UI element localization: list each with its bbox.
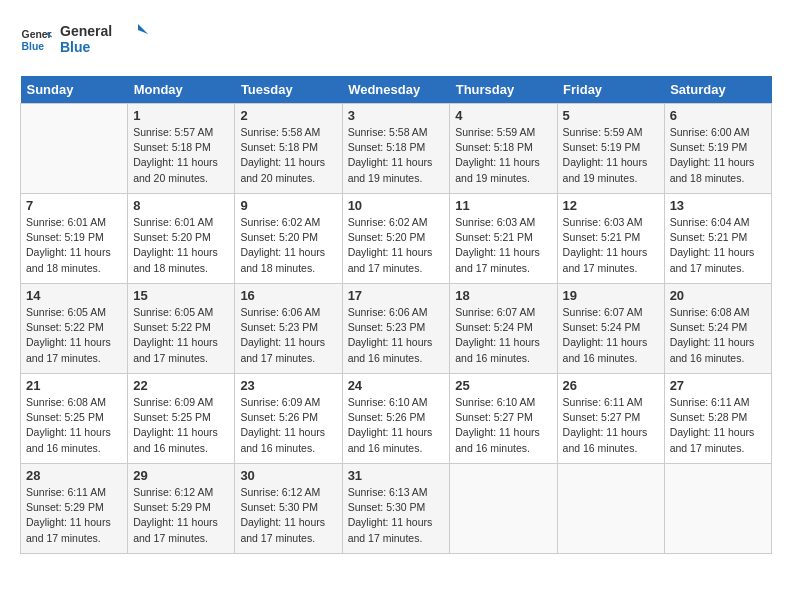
day-number: 31 xyxy=(348,468,445,483)
header-cell-tuesday: Tuesday xyxy=(235,76,342,104)
calendar-week-5: 28Sunrise: 6:11 AM Sunset: 5:29 PM Dayli… xyxy=(21,464,772,554)
svg-text:Blue: Blue xyxy=(22,41,45,52)
day-info: Sunrise: 6:13 AM Sunset: 5:30 PM Dayligh… xyxy=(348,485,445,546)
day-info: Sunrise: 6:01 AM Sunset: 5:20 PM Dayligh… xyxy=(133,215,229,276)
day-number: 4 xyxy=(455,108,551,123)
header-cell-monday: Monday xyxy=(128,76,235,104)
day-info: Sunrise: 6:10 AM Sunset: 5:26 PM Dayligh… xyxy=(348,395,445,456)
day-info: Sunrise: 6:06 AM Sunset: 5:23 PM Dayligh… xyxy=(348,305,445,366)
calendar-cell: 26Sunrise: 6:11 AM Sunset: 5:27 PM Dayli… xyxy=(557,374,664,464)
day-info: Sunrise: 5:58 AM Sunset: 5:18 PM Dayligh… xyxy=(240,125,336,186)
day-info: Sunrise: 6:11 AM Sunset: 5:29 PM Dayligh… xyxy=(26,485,122,546)
calendar-cell: 16Sunrise: 6:06 AM Sunset: 5:23 PM Dayli… xyxy=(235,284,342,374)
day-info: Sunrise: 6:02 AM Sunset: 5:20 PM Dayligh… xyxy=(240,215,336,276)
calendar-cell: 3Sunrise: 5:58 AM Sunset: 5:18 PM Daylig… xyxy=(342,104,450,194)
calendar-cell: 5Sunrise: 5:59 AM Sunset: 5:19 PM Daylig… xyxy=(557,104,664,194)
day-number: 20 xyxy=(670,288,766,303)
day-info: Sunrise: 6:09 AM Sunset: 5:26 PM Dayligh… xyxy=(240,395,336,456)
svg-marker-5 xyxy=(138,24,148,34)
day-info: Sunrise: 5:59 AM Sunset: 5:18 PM Dayligh… xyxy=(455,125,551,186)
day-number: 15 xyxy=(133,288,229,303)
day-info: Sunrise: 6:06 AM Sunset: 5:23 PM Dayligh… xyxy=(240,305,336,366)
day-info: Sunrise: 6:08 AM Sunset: 5:24 PM Dayligh… xyxy=(670,305,766,366)
day-number: 17 xyxy=(348,288,445,303)
day-number: 7 xyxy=(26,198,122,213)
logo: General Blue General Blue xyxy=(20,20,150,60)
header-cell-saturday: Saturday xyxy=(664,76,771,104)
calendar-cell: 18Sunrise: 6:07 AM Sunset: 5:24 PM Dayli… xyxy=(450,284,557,374)
calendar-cell xyxy=(557,464,664,554)
calendar-cell xyxy=(450,464,557,554)
calendar-cell: 17Sunrise: 6:06 AM Sunset: 5:23 PM Dayli… xyxy=(342,284,450,374)
calendar-cell: 23Sunrise: 6:09 AM Sunset: 5:26 PM Dayli… xyxy=(235,374,342,464)
day-number: 5 xyxy=(563,108,659,123)
day-number: 22 xyxy=(133,378,229,393)
calendar-cell: 29Sunrise: 6:12 AM Sunset: 5:29 PM Dayli… xyxy=(128,464,235,554)
day-info: Sunrise: 6:02 AM Sunset: 5:20 PM Dayligh… xyxy=(348,215,445,276)
day-info: Sunrise: 5:59 AM Sunset: 5:19 PM Dayligh… xyxy=(563,125,659,186)
day-number: 10 xyxy=(348,198,445,213)
day-number: 27 xyxy=(670,378,766,393)
day-info: Sunrise: 6:03 AM Sunset: 5:21 PM Dayligh… xyxy=(455,215,551,276)
calendar-table: SundayMondayTuesdayWednesdayThursdayFrid… xyxy=(20,76,772,554)
calendar-cell: 12Sunrise: 6:03 AM Sunset: 5:21 PM Dayli… xyxy=(557,194,664,284)
day-info: Sunrise: 6:04 AM Sunset: 5:21 PM Dayligh… xyxy=(670,215,766,276)
day-info: Sunrise: 6:00 AM Sunset: 5:19 PM Dayligh… xyxy=(670,125,766,186)
calendar-cell: 10Sunrise: 6:02 AM Sunset: 5:20 PM Dayli… xyxy=(342,194,450,284)
calendar-week-1: 1Sunrise: 5:57 AM Sunset: 5:18 PM Daylig… xyxy=(21,104,772,194)
calendar-cell: 21Sunrise: 6:08 AM Sunset: 5:25 PM Dayli… xyxy=(21,374,128,464)
calendar-cell: 2Sunrise: 5:58 AM Sunset: 5:18 PM Daylig… xyxy=(235,104,342,194)
day-number: 25 xyxy=(455,378,551,393)
calendar-cell: 22Sunrise: 6:09 AM Sunset: 5:25 PM Dayli… xyxy=(128,374,235,464)
calendar-cell: 6Sunrise: 6:00 AM Sunset: 5:19 PM Daylig… xyxy=(664,104,771,194)
day-number: 16 xyxy=(240,288,336,303)
day-info: Sunrise: 6:05 AM Sunset: 5:22 PM Dayligh… xyxy=(26,305,122,366)
calendar-body: 1Sunrise: 5:57 AM Sunset: 5:18 PM Daylig… xyxy=(21,104,772,554)
calendar-cell: 31Sunrise: 6:13 AM Sunset: 5:30 PM Dayli… xyxy=(342,464,450,554)
day-number: 9 xyxy=(240,198,336,213)
day-info: Sunrise: 6:11 AM Sunset: 5:28 PM Dayligh… xyxy=(670,395,766,456)
calendar-cell: 27Sunrise: 6:11 AM Sunset: 5:28 PM Dayli… xyxy=(664,374,771,464)
calendar-cell: 4Sunrise: 5:59 AM Sunset: 5:18 PM Daylig… xyxy=(450,104,557,194)
calendar-cell: 11Sunrise: 6:03 AM Sunset: 5:21 PM Dayli… xyxy=(450,194,557,284)
day-number: 1 xyxy=(133,108,229,123)
calendar-cell: 7Sunrise: 6:01 AM Sunset: 5:19 PM Daylig… xyxy=(21,194,128,284)
day-number: 23 xyxy=(240,378,336,393)
calendar-cell: 19Sunrise: 6:07 AM Sunset: 5:24 PM Dayli… xyxy=(557,284,664,374)
calendar-cell: 24Sunrise: 6:10 AM Sunset: 5:26 PM Dayli… xyxy=(342,374,450,464)
day-number: 6 xyxy=(670,108,766,123)
day-info: Sunrise: 6:07 AM Sunset: 5:24 PM Dayligh… xyxy=(455,305,551,366)
day-number: 8 xyxy=(133,198,229,213)
calendar-cell: 8Sunrise: 6:01 AM Sunset: 5:20 PM Daylig… xyxy=(128,194,235,284)
day-number: 2 xyxy=(240,108,336,123)
day-info: Sunrise: 6:11 AM Sunset: 5:27 PM Dayligh… xyxy=(563,395,659,456)
day-info: Sunrise: 6:07 AM Sunset: 5:24 PM Dayligh… xyxy=(563,305,659,366)
page-header: General Blue General Blue xyxy=(20,20,772,60)
day-number: 13 xyxy=(670,198,766,213)
header-cell-sunday: Sunday xyxy=(21,76,128,104)
day-info: Sunrise: 6:05 AM Sunset: 5:22 PM Dayligh… xyxy=(133,305,229,366)
day-number: 26 xyxy=(563,378,659,393)
svg-text:General: General xyxy=(60,23,112,39)
header-cell-wednesday: Wednesday xyxy=(342,76,450,104)
calendar-week-2: 7Sunrise: 6:01 AM Sunset: 5:19 PM Daylig… xyxy=(21,194,772,284)
day-info: Sunrise: 6:12 AM Sunset: 5:30 PM Dayligh… xyxy=(240,485,336,546)
day-number: 12 xyxy=(563,198,659,213)
calendar-cell xyxy=(21,104,128,194)
calendar-cell xyxy=(664,464,771,554)
day-info: Sunrise: 6:01 AM Sunset: 5:19 PM Dayligh… xyxy=(26,215,122,276)
header-row: SundayMondayTuesdayWednesdayThursdayFrid… xyxy=(21,76,772,104)
calendar-cell: 25Sunrise: 6:10 AM Sunset: 5:27 PM Dayli… xyxy=(450,374,557,464)
calendar-week-3: 14Sunrise: 6:05 AM Sunset: 5:22 PM Dayli… xyxy=(21,284,772,374)
logo-icon: General Blue xyxy=(20,24,52,56)
calendar-cell: 9Sunrise: 6:02 AM Sunset: 5:20 PM Daylig… xyxy=(235,194,342,284)
day-number: 3 xyxy=(348,108,445,123)
day-number: 30 xyxy=(240,468,336,483)
day-number: 21 xyxy=(26,378,122,393)
logo-graphic: General Blue xyxy=(60,20,150,60)
day-info: Sunrise: 6:08 AM Sunset: 5:25 PM Dayligh… xyxy=(26,395,122,456)
calendar-cell: 20Sunrise: 6:08 AM Sunset: 5:24 PM Dayli… xyxy=(664,284,771,374)
day-number: 24 xyxy=(348,378,445,393)
day-number: 19 xyxy=(563,288,659,303)
day-info: Sunrise: 6:09 AM Sunset: 5:25 PM Dayligh… xyxy=(133,395,229,456)
